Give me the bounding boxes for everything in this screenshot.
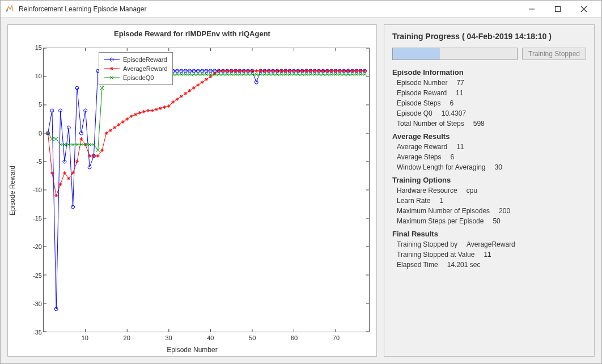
max-steps-row: Maximum Steps per Episode50 bbox=[397, 217, 586, 225]
value: 50 bbox=[493, 217, 500, 225]
y-tick-label: -25 bbox=[33, 272, 42, 279]
episode-number-row: Episode Number77 bbox=[397, 79, 586, 87]
training-stopped-button[interactable]: Training Stopped bbox=[522, 48, 586, 60]
y-tick-label: 15 bbox=[35, 44, 42, 51]
y-tick-label: -35 bbox=[33, 329, 42, 336]
value: 6 bbox=[451, 153, 455, 161]
chart-svg bbox=[44, 48, 369, 332]
chart-axes bbox=[43, 48, 370, 332]
label: Maximum Number of Episodes bbox=[397, 207, 490, 215]
legend-item-episode-reward: EpisodeReward bbox=[104, 55, 168, 64]
value: 10.4307 bbox=[442, 109, 466, 117]
section-final-results: Final Results bbox=[392, 230, 586, 238]
value: 14.201 sec bbox=[447, 261, 481, 269]
value: cpu bbox=[467, 187, 477, 194]
label: Average Reward bbox=[397, 143, 447, 151]
learn-rate-row: Learn Rate1 bbox=[397, 197, 586, 205]
value: 598 bbox=[473, 120, 485, 128]
y-tick-label: 5 bbox=[39, 101, 42, 108]
close-button[interactable] bbox=[571, 1, 597, 18]
label: Window Length for Averaging bbox=[397, 163, 486, 171]
x-tick-label: 40 bbox=[207, 335, 214, 341]
y-tick-label: -30 bbox=[33, 300, 42, 307]
window-buttons bbox=[519, 1, 597, 18]
label: Total Number of Steps bbox=[397, 120, 464, 128]
y-axis-label: Episode Reward bbox=[9, 166, 16, 215]
label: Average Steps bbox=[397, 153, 442, 161]
x-tick-label: 70 bbox=[333, 335, 340, 341]
value: AverageReward bbox=[467, 240, 515, 248]
label: Training Stopped at Value bbox=[397, 251, 474, 259]
label: Episode Number bbox=[397, 79, 447, 87]
content-area: Episode Reward for rlMDPEnv with rlQAgen… bbox=[1, 18, 601, 363]
maximize-button[interactable] bbox=[545, 1, 571, 18]
progress-bar bbox=[392, 48, 518, 60]
legend-label: EpisodeReward bbox=[123, 56, 167, 63]
y-tick-label: 10 bbox=[35, 73, 42, 79]
label: Episode Steps bbox=[397, 99, 440, 107]
label: Episode Reward bbox=[397, 89, 447, 97]
episode-q0-row: Episode Q010.4307 bbox=[397, 109, 586, 117]
y-tick-label: -15 bbox=[33, 215, 42, 222]
avg-steps-row: Average Steps6 bbox=[397, 153, 586, 161]
plot-panel: Episode Reward for rlMDPEnv with rlQAgen… bbox=[7, 24, 377, 357]
total-steps-row: Total Number of Steps598 bbox=[397, 120, 586, 128]
y-tick-label: -10 bbox=[33, 187, 42, 193]
value: 11 bbox=[456, 143, 464, 151]
y-tick-label: -20 bbox=[33, 243, 42, 250]
stopped-value-row: Training Stopped at Value11 bbox=[397, 251, 586, 259]
progress-row: Training Stopped bbox=[392, 48, 586, 60]
app-window: Reinforcement Learning Episode Manager E… bbox=[0, 0, 602, 364]
episode-steps-row: Episode Steps6 bbox=[397, 99, 586, 107]
value: 1 bbox=[439, 197, 443, 205]
label: Hardware Resource bbox=[397, 187, 457, 194]
section-episode-info: Episode Information bbox=[392, 68, 586, 77]
legend-item-episode-q0: EpisodeQ0 bbox=[104, 73, 168, 82]
x-axis-label: Episode Number bbox=[167, 346, 217, 354]
window-title: Reinforcement Learning Episode Manager bbox=[19, 5, 519, 13]
value: 11 bbox=[484, 251, 491, 259]
value: 200 bbox=[499, 207, 510, 215]
label: Learn Rate bbox=[397, 197, 430, 205]
legend-item-average-reward: AverageReward bbox=[104, 64, 168, 73]
avg-reward-row: Average Reward11 bbox=[397, 143, 586, 151]
value: 30 bbox=[495, 163, 502, 171]
matlab-icon bbox=[5, 5, 14, 14]
elapsed-time-row: Elapsed Time14.201 sec bbox=[397, 261, 586, 269]
svg-rect-1 bbox=[556, 6, 561, 11]
x-tick-label: 10 bbox=[82, 335, 88, 341]
progress-fill bbox=[393, 48, 440, 60]
section-average-results: Average Results bbox=[392, 132, 586, 141]
side-panel: Training Progress ( 04-Feb-2019 14:18:10… bbox=[384, 24, 595, 357]
max-episodes-row: Maximum Number of Episodes200 bbox=[397, 207, 586, 215]
titlebar: Reinforcement Learning Episode Manager bbox=[1, 1, 601, 18]
stopped-by-row: Training Stopped byAverageReward bbox=[397, 240, 586, 248]
minimize-button[interactable] bbox=[519, 1, 545, 18]
chart-title: Episode Reward for rlMDPEnv with rlQAgen… bbox=[14, 29, 371, 38]
hardware-row: Hardware Resourcecpu bbox=[397, 187, 586, 194]
label: Elapsed Time bbox=[397, 261, 438, 269]
value: 11 bbox=[456, 89, 463, 97]
y-tick-label: -5 bbox=[36, 158, 42, 165]
window-length-row: Window Length for Averaging30 bbox=[397, 163, 586, 171]
legend-label: AverageReward bbox=[123, 65, 168, 72]
x-tick-label: 50 bbox=[249, 335, 256, 341]
label: Episode Q0 bbox=[397, 109, 433, 117]
x-tick-label: 60 bbox=[291, 335, 298, 341]
value: 6 bbox=[450, 99, 453, 107]
label: Training Stopped by bbox=[397, 240, 457, 248]
value: 77 bbox=[456, 79, 464, 87]
x-tick-label: 20 bbox=[124, 335, 130, 341]
x-tick-label: 30 bbox=[165, 335, 172, 341]
y-tick-label: 0 bbox=[39, 130, 42, 137]
section-training-options: Training Options bbox=[392, 176, 586, 184]
training-progress-title: Training Progress ( 04-Feb-2019 14:18:10… bbox=[392, 32, 586, 41]
episode-reward-row: Episode Reward11 bbox=[397, 89, 586, 97]
legend-label: EpisodeQ0 bbox=[123, 74, 154, 81]
label: Maximum Steps per Episode bbox=[397, 217, 484, 225]
legend[interactable]: EpisodeReward AverageReward EpisodeQ0 bbox=[99, 52, 173, 85]
